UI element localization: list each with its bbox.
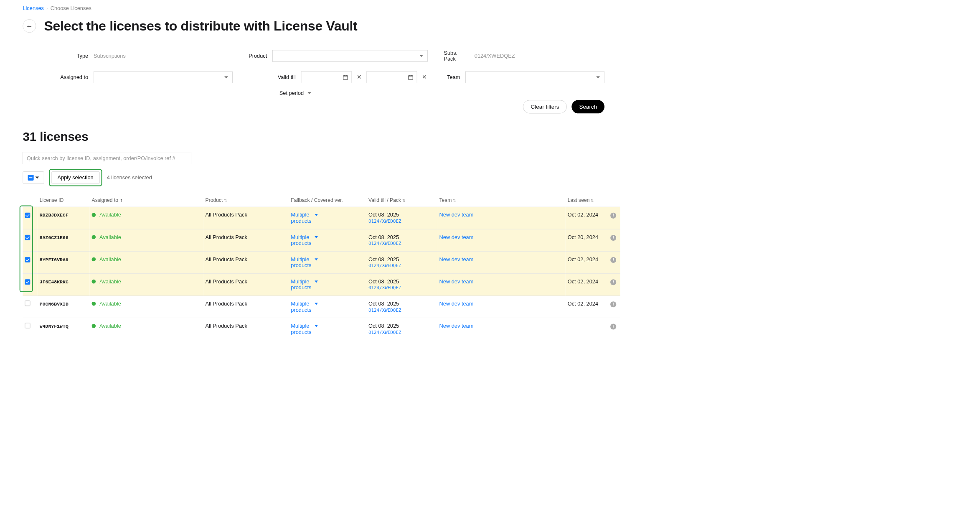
quick-search-input[interactable]: Quick search by license ID, assignment, … xyxy=(23,152,191,164)
valid-till-label: Valid till xyxy=(278,74,296,81)
status-text: Available xyxy=(99,301,121,307)
chevron-down-icon[interactable] xyxy=(315,280,318,283)
team-link[interactable]: New dev team xyxy=(439,212,474,218)
team-label: Team xyxy=(447,74,460,81)
clear-filters-button[interactable]: Clear filters xyxy=(523,100,567,113)
info-icon[interactable]: i xyxy=(610,324,616,329)
pack-link[interactable]: 0124/XWEDQEZ xyxy=(368,329,401,335)
fallback-link[interactable]: Multipleproducts xyxy=(291,256,311,268)
row-checkbox[interactable] xyxy=(25,279,30,285)
select-all-toggle[interactable] xyxy=(23,171,44,183)
valid-to-date[interactable] xyxy=(366,71,417,83)
valid-from-date[interactable] xyxy=(301,71,352,83)
team-link[interactable]: New dev team xyxy=(439,301,474,306)
license-id: RDZBJDXECF xyxy=(40,213,69,218)
row-checkbox[interactable] xyxy=(25,323,30,328)
last-seen: Oct 02, 2024 xyxy=(568,256,598,262)
info-icon[interactable]: i xyxy=(610,257,616,263)
row-checkbox[interactable] xyxy=(25,235,30,240)
fallback-link[interactable]: Multipleproducts xyxy=(291,323,311,335)
info-icon[interactable]: i xyxy=(610,301,616,307)
apply-selection-button[interactable]: Apply selection xyxy=(51,171,100,183)
col-fallback[interactable]: Fallback / Covered ver. xyxy=(289,197,366,207)
last-seen: Oct 02, 2024 xyxy=(568,212,598,218)
team-link[interactable]: New dev team xyxy=(439,278,474,284)
indeterminate-checkbox-icon xyxy=(28,175,34,181)
chevron-down-icon[interactable] xyxy=(315,236,318,238)
product-name: All Products Pack xyxy=(206,323,247,329)
product-name: All Products Pack xyxy=(206,212,247,218)
product-name: All Products Pack xyxy=(206,278,247,284)
info-icon[interactable]: i xyxy=(610,235,616,241)
type-label: Type xyxy=(76,53,88,59)
row-checkbox[interactable] xyxy=(25,301,30,306)
last-seen: Oct 02, 2024 xyxy=(568,301,598,306)
col-product[interactable]: Product⇅ xyxy=(203,197,289,207)
product-select[interactable] xyxy=(272,50,428,62)
license-id: W4DNYF1WTQ xyxy=(40,324,69,329)
col-valid-till[interactable]: Valid till / Pack⇅ xyxy=(366,197,437,207)
pack-link[interactable]: 0124/XWEDQEZ xyxy=(368,285,401,290)
col-assigned-to[interactable]: Assigned to↑ xyxy=(89,197,203,207)
page-title: Select the licenses to distribute with L… xyxy=(44,18,358,34)
fallback-link[interactable]: Multipleproducts xyxy=(291,278,311,290)
chevron-down-icon[interactable] xyxy=(315,325,318,327)
pack-link[interactable]: 0124/XWEDQEZ xyxy=(368,241,401,246)
search-button[interactable]: Search xyxy=(572,100,604,113)
assigned-to-select[interactable] xyxy=(94,71,233,83)
status-dot-icon xyxy=(92,213,96,217)
col-team[interactable]: Team⇅ xyxy=(437,197,565,207)
apply-selection-highlight: Apply selection xyxy=(49,169,102,186)
team-link[interactable]: New dev team xyxy=(439,256,474,262)
pack-link[interactable]: 0124/XWEDQEZ xyxy=(368,307,401,313)
valid-till: Oct 08, 2025 xyxy=(368,301,435,307)
product-name: All Products Pack xyxy=(206,301,247,306)
license-id: P0CN6BVXID xyxy=(40,301,69,307)
pack-link[interactable]: 0124/XWEDQEZ xyxy=(368,263,401,268)
valid-till: Oct 08, 2025 xyxy=(368,234,435,240)
quick-search-placeholder: Quick search by license ID, assignment, … xyxy=(27,155,175,161)
selected-count: 4 licenses selected xyxy=(107,175,152,181)
info-icon[interactable]: i xyxy=(610,212,616,218)
type-value: Subscriptions xyxy=(94,53,233,59)
last-seen: Oct 02, 2024 xyxy=(568,278,598,284)
status-text: Available xyxy=(99,234,121,240)
chevron-down-icon[interactable] xyxy=(315,214,318,216)
info-icon[interactable]: i xyxy=(610,279,616,285)
pack-link[interactable]: 0124/XWEDQEZ xyxy=(368,219,401,224)
col-last-seen[interactable]: Last seen⇅ xyxy=(566,197,608,207)
chevron-down-icon[interactable] xyxy=(315,258,318,260)
team-select[interactable] xyxy=(465,71,604,83)
col-license-id[interactable]: License ID xyxy=(38,197,90,207)
table-row: 8YPFI6VRA9AvailableAll Products PackMult… xyxy=(23,251,620,273)
table-row: RDZBJDXECFAvailableAll Products PackMult… xyxy=(23,207,620,229)
calendar-icon xyxy=(343,74,348,80)
clear-from-icon[interactable]: ✕ xyxy=(355,74,363,81)
table-row: W4DNYF1WTQAvailableAll Products PackMult… xyxy=(23,318,620,340)
subs-pack-label: Subs. Pack xyxy=(444,50,469,62)
set-period-dropdown[interactable]: Set period xyxy=(279,90,311,96)
valid-till: Oct 08, 2025 xyxy=(368,256,435,262)
sort-icon: ⇅ xyxy=(591,198,594,202)
chevron-down-icon xyxy=(35,176,39,178)
team-link[interactable]: New dev team xyxy=(439,234,474,240)
table-row: 8AZ0CZ1E66AvailableAll Products PackMult… xyxy=(23,229,620,251)
valid-till: Oct 08, 2025 xyxy=(368,212,435,218)
fallback-link[interactable]: Multipleproducts xyxy=(291,212,311,224)
valid-till: Oct 08, 2025 xyxy=(368,278,435,285)
row-checkbox[interactable] xyxy=(25,257,30,262)
set-period-label: Set period xyxy=(279,90,304,96)
chevron-down-icon[interactable] xyxy=(315,303,318,305)
status-dot-icon xyxy=(92,280,96,284)
fallback-link[interactable]: Multipleproducts xyxy=(291,234,311,246)
back-button[interactable]: ← xyxy=(23,19,36,33)
team-link[interactable]: New dev team xyxy=(439,323,474,329)
fallback-link[interactable]: Multipleproducts xyxy=(291,301,311,313)
clear-to-icon[interactable]: ✕ xyxy=(421,74,428,81)
row-checkbox[interactable] xyxy=(25,212,30,218)
subs-pack-value: 0124/XWEDQEZ xyxy=(475,53,604,59)
table-row: P0CN6BVXIDAvailableAll Products PackMult… xyxy=(23,296,620,318)
breadcrumb-root[interactable]: Licenses xyxy=(23,5,44,12)
chevron-right-icon: › xyxy=(46,6,48,10)
status-dot-icon xyxy=(92,257,96,262)
